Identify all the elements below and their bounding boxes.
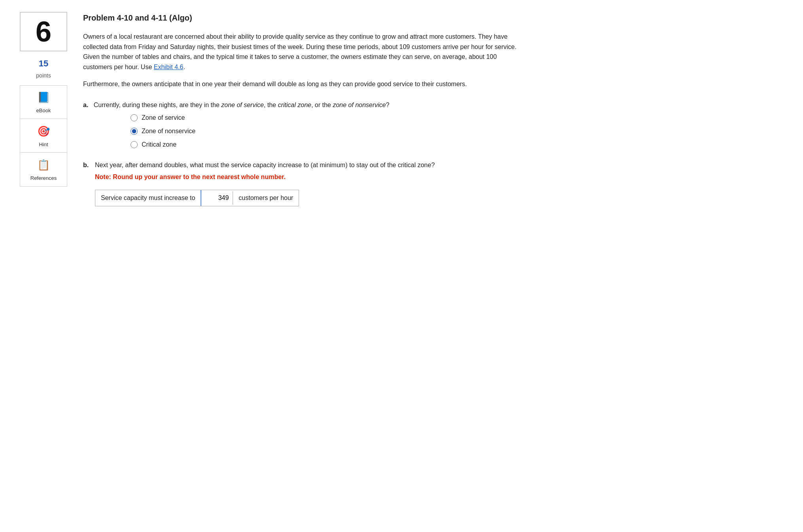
references-icon: 📋: [37, 157, 50, 173]
references-label: References: [30, 174, 57, 182]
question-b-section: b. Next year, after demand doubles, what…: [83, 160, 518, 206]
chapter-number: 6: [36, 10, 51, 53]
sidebar-item-hint[interactable]: 🎯 Hint: [20, 120, 67, 153]
zone-of-nonservice-label: Zone of nonservice: [142, 126, 195, 136]
question-b-text: Next year, after demand doubles, what mu…: [95, 160, 518, 170]
radio-options: Zone of service Zone of nonservice Criti…: [131, 113, 518, 149]
description-end: .: [183, 64, 185, 70]
sidebar-item-references[interactable]: 📋 References: [20, 153, 67, 186]
radio-critical-zone[interactable]: [131, 141, 138, 148]
answer-suffix-label: customers per hour: [233, 190, 299, 206]
zone-of-service-label: Zone of service: [142, 113, 185, 123]
problem-description: Owners of a local restaurant are concern…: [83, 32, 518, 72]
answer-prefix-label: Service capacity must increase to: [95, 190, 201, 206]
critical-zone-label: Critical zone: [142, 140, 176, 149]
ebook-label: eBook: [36, 107, 51, 115]
furthermore-text: Furthermore, the owners anticipate that …: [83, 79, 518, 89]
question-a-italic1: zone of service: [221, 102, 264, 108]
radio-option-critical-zone[interactable]: Critical zone: [131, 140, 518, 149]
hint-label: Hint: [39, 141, 48, 149]
radio-option-zone-of-service[interactable]: Zone of service: [131, 113, 518, 123]
answer-row: Service capacity must increase to custom…: [95, 190, 299, 206]
hint-icon: 🎯: [37, 124, 50, 139]
sidebar-item-ebook[interactable]: 📘 eBook: [20, 86, 67, 119]
question-a-italic3: zone of nonservice: [333, 102, 386, 108]
question-a-text: a. Currently, during these nights, are t…: [83, 100, 518, 110]
question-b-content: Next year, after demand doubles, what mu…: [95, 160, 518, 206]
question-a-intro: Currently, during these nights, are they…: [94, 102, 220, 108]
question-a-text4: ?: [386, 102, 390, 108]
sidebar: 6 15 points 📘 eBook 🎯 Hint 📋 References: [16, 12, 71, 520]
radio-option-zone-of-nonservice[interactable]: Zone of nonservice: [131, 126, 518, 136]
chapter-number-box: 6: [20, 12, 67, 51]
sidebar-tools: 📘 eBook 🎯 Hint 📋 References: [20, 85, 67, 187]
problem-title: Problem 4-10 and 4-11 (Algo): [83, 12, 518, 24]
main-content: Problem 4-10 and 4-11 (Algo) Owners of a…: [83, 12, 518, 520]
ebook-icon: 📘: [37, 90, 50, 105]
exhibit-link[interactable]: Exhibit 4.6: [154, 64, 184, 70]
question-a-section: a. Currently, during these nights, are t…: [83, 100, 518, 149]
description-text: Owners of a local restaurant are concern…: [83, 33, 517, 70]
question-b-label: b.: [83, 160, 92, 170]
question-a-text3: , or the: [311, 102, 331, 108]
answer-input[interactable]: [201, 191, 233, 205]
radio-zone-of-nonservice[interactable]: [131, 128, 138, 135]
question-b-intro: b. Next year, after demand doubles, what…: [83, 160, 518, 206]
points-value: 15: [39, 57, 48, 70]
points-text: points: [36, 72, 51, 80]
question-a-italic2: critical zone: [278, 102, 311, 108]
question-b-note: Note: Round up your answer to the next n…: [95, 172, 518, 182]
question-a-label: a.: [83, 102, 88, 108]
radio-zone-of-service[interactable]: [131, 114, 138, 121]
question-a-text2: , the: [264, 102, 276, 108]
